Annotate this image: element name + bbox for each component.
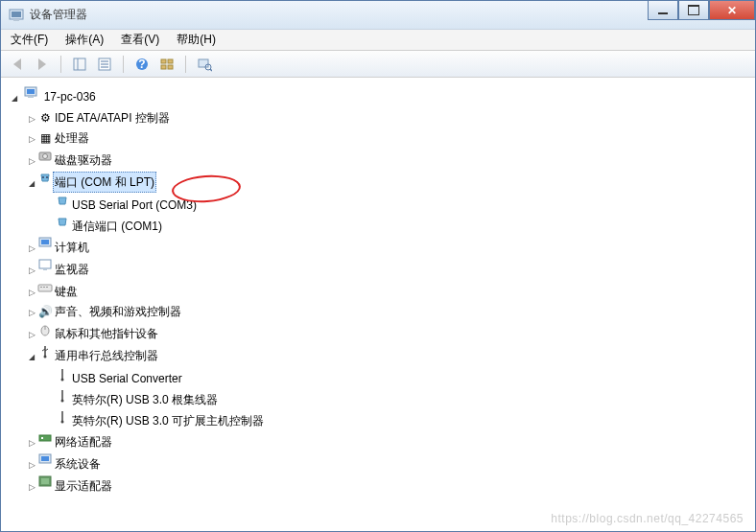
tree-category[interactable]: 鼠标和其他指针设备: [26, 322, 749, 344]
svg-point-38: [61, 421, 64, 424]
expand-icon[interactable]: [26, 432, 37, 452]
svg-rect-44: [41, 478, 49, 484]
cpu-icon: ▦: [37, 130, 53, 146]
expand-icon[interactable]: [26, 476, 37, 497]
ide-icon: ⚙: [37, 110, 53, 126]
expand-icon[interactable]: [26, 302, 37, 322]
svg-rect-15: [199, 59, 208, 67]
tree-category[interactable]: 键盘: [26, 280, 749, 302]
toolbar-separator: [60, 56, 61, 73]
tree-category-ports[interactable]: 端口 (COM 和 LPT) USB Serial Port (COM3) 通信…: [26, 171, 749, 236]
svg-point-35: [44, 356, 47, 359]
svg-point-23: [42, 176, 44, 178]
computer-icon: [23, 85, 38, 101]
menu-help[interactable]: 帮助(H): [173, 30, 220, 50]
tree-category[interactable]: ⚙IDE ATA/ATAPI 控制器: [26, 108, 749, 128]
device-label: USB Serial Port (COM3): [70, 196, 199, 215]
expand-icon[interactable]: [26, 260, 37, 280]
usb-icon: [55, 367, 70, 382]
svg-rect-26: [41, 240, 49, 244]
toolbar: ?: [1, 51, 755, 78]
menu-file[interactable]: 文件(F): [7, 30, 52, 50]
category-label: 监视器: [53, 260, 91, 279]
window-title: 设备管理器: [30, 7, 87, 23]
toolbar-separator: [185, 56, 186, 73]
expand-icon[interactable]: [26, 346, 37, 367]
expand-icon[interactable]: [9, 87, 20, 108]
tree-category[interactable]: 磁盘驱动器: [26, 149, 749, 171]
help-button[interactable]: ?: [131, 54, 153, 75]
maximize-button[interactable]: [678, 1, 709, 20]
device-label: 英特尔(R) USB 3.0 根集线器: [70, 390, 220, 409]
keyboard-icon: [37, 280, 53, 295]
device-label: 英特尔(R) USB 3.0 可扩展主机控制器: [70, 411, 266, 430]
svg-rect-11: [161, 59, 166, 63]
svg-rect-20: [28, 96, 34, 98]
expand-icon[interactable]: [26, 150, 37, 171]
view-mode-button[interactable]: [156, 54, 177, 75]
show-hide-tree-button[interactable]: [69, 54, 90, 75]
menu-bar: 文件(F) 操作(A) 查看(V) 帮助(H): [1, 30, 755, 51]
close-button[interactable]: [709, 1, 755, 20]
tree-category[interactable]: 计算机: [26, 236, 749, 258]
svg-rect-1: [12, 12, 21, 17]
category-label: 通用串行总线控制器: [53, 346, 160, 365]
category-label: 端口 (COM 和 LPT): [53, 172, 156, 193]
tree-device[interactable]: USB Serial Port (COM3): [43, 194, 749, 215]
expand-icon[interactable]: [26, 108, 37, 128]
tree-category[interactable]: 网络适配器: [26, 430, 749, 452]
tree-device[interactable]: 英特尔(R) USB 3.0 根集线器: [43, 388, 749, 409]
usb-icon: [55, 409, 70, 425]
tree-device[interactable]: USB Serial Converter: [43, 367, 749, 388]
svg-point-24: [46, 176, 48, 178]
svg-rect-31: [43, 287, 45, 288]
svg-rect-12: [168, 59, 173, 63]
expand-icon[interactable]: [26, 454, 37, 474]
toolbar-separator: [123, 56, 124, 73]
root-node[interactable]: 17-pc-036 ⚙IDE ATA/ATAPI 控制器 ▦处理器 磁盘驱动器 …: [9, 85, 749, 497]
svg-point-22: [43, 154, 48, 159]
tree-category-usb[interactable]: 通用串行总线控制器 USB Serial Converter 英特尔(R) US…: [26, 344, 749, 430]
svg-rect-13: [161, 65, 166, 69]
tree-category[interactable]: 显示适配器: [26, 474, 749, 497]
tree-category[interactable]: 🔊声音、视频和游戏控制器: [26, 302, 749, 322]
svg-rect-28: [43, 268, 47, 270]
category-label: 磁盘驱动器: [53, 150, 114, 170]
computer-icon: [37, 236, 53, 251]
expand-icon[interactable]: [26, 324, 37, 344]
root-label: 17-pc-036: [42, 87, 98, 106]
forward-button[interactable]: [32, 54, 53, 75]
svg-rect-27: [39, 260, 51, 268]
tree-category[interactable]: 系统设备: [26, 452, 749, 474]
expand-icon[interactable]: [26, 238, 37, 258]
window-controls: [648, 1, 755, 20]
menu-view[interactable]: 查看(V): [117, 30, 163, 50]
device-label: 通信端口 (COM1): [70, 217, 164, 236]
category-label: 系统设备: [53, 454, 103, 474]
expand-icon[interactable]: [26, 173, 37, 194]
tree-device[interactable]: 通信端口 (COM1): [43, 215, 749, 236]
tree-category[interactable]: 监视器: [26, 258, 749, 280]
svg-rect-29: [38, 285, 52, 291]
expand-icon[interactable]: [26, 282, 37, 302]
port-icon: [55, 215, 70, 230]
titlebar: 设备管理器: [1, 1, 755, 30]
device-label: USB Serial Converter: [70, 369, 184, 388]
scan-hardware-button[interactable]: [194, 54, 215, 75]
device-tree-pane[interactable]: 17-pc-036 ⚙IDE ATA/ATAPI 控制器 ▦处理器 磁盘驱动器 …: [1, 78, 755, 531]
menu-action[interactable]: 操作(A): [61, 30, 107, 50]
category-label: IDE ATA/ATAPI 控制器: [53, 108, 172, 127]
properties-button[interactable]: [94, 54, 115, 75]
usb-icon: [55, 388, 70, 404]
category-label: 处理器: [53, 128, 91, 148]
device-tree: 17-pc-036 ⚙IDE ATA/ATAPI 控制器 ▦处理器 磁盘驱动器 …: [7, 85, 749, 497]
svg-point-36: [61, 379, 64, 382]
category-label: 声音、视频和游戏控制器: [53, 302, 183, 321]
svg-rect-42: [41, 456, 49, 461]
tree-device[interactable]: 英特尔(R) USB 3.0 可扩展主机控制器: [43, 409, 749, 430]
monitor-icon: [37, 258, 53, 273]
tree-category[interactable]: ▦处理器: [26, 128, 749, 149]
expand-icon[interactable]: [26, 128, 37, 149]
minimize-button[interactable]: [648, 1, 678, 20]
back-button[interactable]: [7, 54, 28, 75]
